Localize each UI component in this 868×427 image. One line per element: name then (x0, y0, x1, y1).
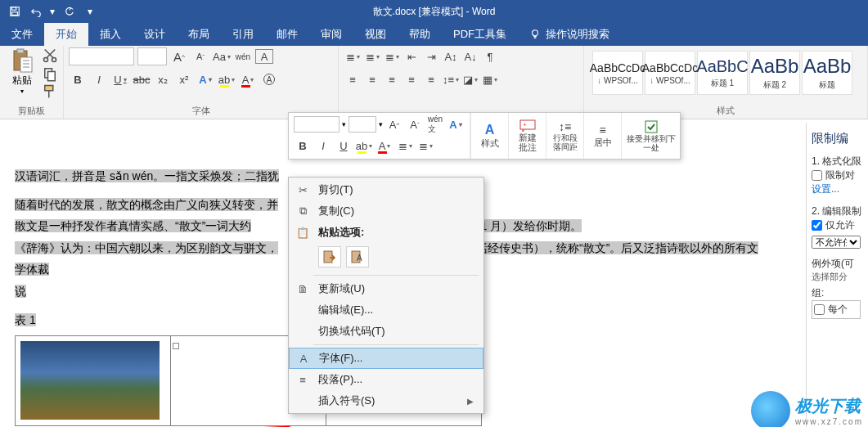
paste-keep-source-icon[interactable] (318, 246, 341, 267)
mini-bullets-button[interactable]: ≣▾ (396, 137, 414, 155)
tab-pdf[interactable]: PDF工具集 (442, 23, 518, 46)
mini-font-color-button[interactable]: A▾ (376, 137, 394, 155)
tab-file[interactable]: 文件 (0, 23, 44, 46)
char-border-button[interactable]: A (255, 49, 273, 64)
tab-layout[interactable]: 布局 (177, 23, 221, 46)
qat-customize-icon[interactable]: ▾ (80, 2, 100, 20)
bold-button[interactable]: B (69, 70, 87, 88)
ctx-cut[interactable]: ✂ 剪切(T) (289, 179, 483, 200)
text-selection[interactable]: 随着时代的发展，散文的概念由广义向狭义转变，并 (15, 198, 278, 211)
tab-home[interactable]: 开始 (44, 23, 88, 46)
highlight-button[interactable]: ab▾ (218, 70, 236, 88)
allow-only-checkbox[interactable]: 仅允许 (812, 218, 863, 232)
paste-text-only-icon[interactable]: A (346, 246, 369, 267)
style-item-3[interactable]: AaBb标题 2 (749, 51, 800, 95)
paste-button[interactable]: 粘贴 ▾ (5, 47, 38, 95)
italic-button[interactable]: I (90, 70, 108, 88)
ctx-edit-field[interactable]: 编辑域(E)... (289, 299, 483, 321)
ctx-insert-symbol[interactable]: 插入符号(S) ▶ (289, 390, 483, 411)
show-marks-button[interactable]: ¶ (481, 47, 499, 65)
text-selection[interactable]: 学体裁 (15, 263, 49, 276)
tab-references[interactable]: 引用 (221, 23, 265, 46)
copy-icon[interactable] (42, 65, 58, 82)
align-center-button[interactable]: ≡ (363, 70, 381, 88)
superscript-button[interactable]: x² (175, 70, 193, 88)
redo-icon[interactable] (59, 2, 79, 20)
tab-design[interactable]: 设计 (133, 23, 177, 46)
style-item-1[interactable]: AaBbCcDc↓ WPSOf... (645, 51, 695, 95)
mini-numbering-button[interactable]: ≣▾ (416, 137, 434, 155)
undo-icon[interactable] (26, 2, 46, 20)
text-effects-button[interactable]: A▾ (196, 70, 214, 88)
mini-center-button[interactable]: ≡ 居中 (583, 113, 621, 159)
mini-styles-button[interactable]: A▾ (447, 115, 465, 133)
strike-button[interactable]: abc (133, 70, 151, 88)
editing-type-select[interactable]: 不允许任 (812, 236, 861, 249)
text-direction-button[interactable]: A↕ (442, 47, 460, 65)
style-item-2[interactable]: AaBbC标题 1 (697, 51, 748, 95)
ctx-toggle-field-codes[interactable]: 切换域代码(T) (289, 321, 483, 342)
multilevel-button[interactable]: ≣▾ (383, 47, 401, 65)
text-selection[interactable]: 汉语词汇，拼音是 sǎn wén。一指文采焕发；二指犹 (15, 169, 279, 182)
ctx-font[interactable]: A 字体(F)... (289, 348, 483, 369)
tab-help[interactable]: 帮助 (398, 23, 442, 46)
mini-underline-button[interactable]: U (335, 137, 353, 155)
style-item-0[interactable]: AaBbCcDc↓ WPSOf... (592, 51, 643, 95)
cut-icon[interactable] (42, 47, 58, 64)
mini-bold-button[interactable]: B (294, 137, 312, 155)
shading-button[interactable]: ◪▾ (461, 70, 479, 88)
font-size-input[interactable] (137, 47, 167, 65)
align-left-button[interactable]: ≡ (344, 70, 362, 88)
save-icon[interactable] (5, 2, 25, 20)
ctx-update-field[interactable]: 🗎 更新域(U) (289, 278, 483, 299)
styles-gallery[interactable]: AaBbCcDc↓ WPSOf... AaBbCcDc↓ WPSOf... Aa… (589, 47, 862, 98)
mini-styles-gallery-button[interactable]: A 样式 (470, 113, 508, 159)
line-spacing-button[interactable]: ↕≡▾ (442, 70, 460, 88)
qat-dropdown-icon[interactable]: ▾ (47, 2, 57, 20)
grow-font-button[interactable]: A^ (170, 47, 188, 65)
font-name-input[interactable] (69, 47, 134, 65)
mini-highlight-button[interactable]: ab▾ (355, 137, 373, 155)
circled-char-button[interactable]: A (260, 70, 278, 88)
tab-mailings[interactable]: 邮件 (265, 23, 309, 46)
shrink-font-button[interactable]: Aˇ (191, 47, 209, 65)
mini-accept-next-button[interactable]: 接受并移到下一处 (621, 113, 680, 159)
mini-italic-button[interactable]: I (314, 137, 332, 155)
text-selection[interactable]: 散文是一种抒发作者真情实感、“散文”一词大约 (15, 219, 251, 232)
ctx-copy[interactable]: ⧉ 复制(C) (289, 200, 483, 222)
text-selection[interactable]: 表 1 (15, 313, 36, 326)
mini-new-comment-button[interactable]: + 新建 批注 (508, 113, 546, 159)
justify-button[interactable]: ≡ (403, 70, 421, 88)
cell-handle-icon[interactable] (173, 343, 179, 349)
tab-review[interactable]: 审阅 (309, 23, 353, 46)
mini-phonetic-button[interactable]: wén文 (426, 115, 444, 133)
decrease-indent-button[interactable]: ⇤ (403, 47, 421, 65)
tab-view[interactable]: 视图 (353, 23, 398, 46)
sort-button[interactable]: A↓ (461, 47, 479, 65)
ctx-paragraph[interactable]: ≡ 段落(P)... (289, 369, 483, 390)
format-painter-icon[interactable] (42, 83, 58, 100)
mini-font-name-input[interactable] (294, 116, 340, 133)
mini-shrink-font-button[interactable]: Aˇ (406, 115, 424, 133)
change-case-button[interactable]: Aa▾ (213, 47, 231, 65)
underline-button[interactable]: U▾ (111, 70, 129, 88)
mini-line-spacing-button[interactable]: ↕≡ 行和段落间距 (546, 113, 583, 159)
increase-indent-button[interactable]: ⇥ (422, 47, 440, 65)
table-cell[interactable] (16, 336, 171, 426)
settings-link[interactable]: 设置... (812, 182, 863, 196)
mini-font-size-input[interactable] (349, 116, 376, 133)
everyone-checkbox[interactable]: 每个 (812, 300, 861, 319)
subscript-button[interactable]: x₂ (154, 70, 172, 88)
inserted-image[interactable] (20, 341, 160, 420)
text-selection[interactable]: 说 (15, 285, 26, 298)
tab-insert[interactable]: 插入 (88, 23, 133, 46)
style-item-4[interactable]: AaBb标题 (802, 51, 852, 95)
align-right-button[interactable]: ≡ (383, 70, 401, 88)
distribute-button[interactable]: ≡ (422, 70, 440, 88)
bullets-button[interactable]: ≣▾ (344, 47, 362, 65)
borders-button[interactable]: ▦▾ (481, 70, 499, 88)
tell-me-search[interactable]: 操作说明搜索 (518, 23, 621, 46)
restrict-formatting-checkbox[interactable]: 限制对 (812, 169, 863, 182)
font-color-button[interactable]: A▾ (239, 70, 257, 88)
text-selection[interactable]: 《辞海》认为：中国六朝以来，为区别韵文与骈文， (15, 241, 278, 254)
